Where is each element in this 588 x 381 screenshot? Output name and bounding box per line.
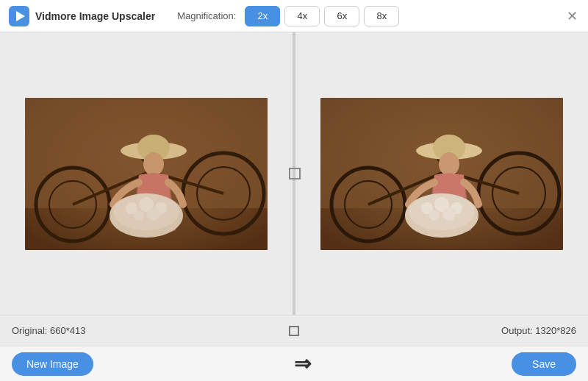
mag-4x-button[interactable]: 4x [284,6,320,26]
save-button[interactable]: Save [512,352,576,376]
original-image-panel [0,32,294,315]
output-image-panel [295,32,588,315]
mag-8x-button[interactable]: 8x [364,6,399,26]
mag-6x-button[interactable]: 6x [324,6,359,26]
info-center-square [279,326,309,336]
app-logo [9,6,29,26]
info-bar: Original: 660*413 Output: 1320*826 [0,315,588,346]
title-bar: Vidmore Image Upscaler Magnification: 2x… [0,0,588,32]
svg-rect-45 [320,98,563,250]
svg-rect-23 [25,98,268,250]
original-dimensions: Original: 660*413 [12,325,279,336]
magnification-buttons: 2x 4x 6x 8x [245,6,399,26]
magnification-label: Magnification: [177,10,236,21]
mag-2x-button[interactable]: 2x [245,6,280,26]
center-square-indicator [289,326,299,336]
arrow-area: ⇒ [93,352,512,376]
main-content [0,32,588,315]
divider-square [289,168,301,179]
original-image [25,98,268,250]
output-dimensions: Output: 1320*826 [309,325,576,336]
new-image-button[interactable]: New Image [12,352,93,376]
output-image [320,98,563,250]
arrow-right-icon: ⇒ [294,352,311,376]
bottom-bar: New Image ⇒ Save [0,346,588,381]
center-divider [294,32,295,315]
app-title: Vidmore Image Upscaler [35,10,155,22]
close-button[interactable]: ✕ [567,10,578,23]
